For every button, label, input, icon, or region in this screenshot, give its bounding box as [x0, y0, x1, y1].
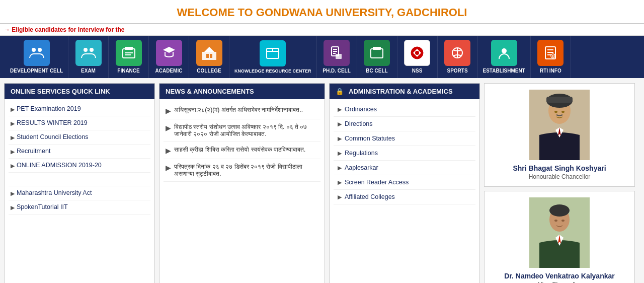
- quick-link-item[interactable]: ▶Recruitment: [9, 145, 150, 159]
- lock-icon: 🔒: [336, 88, 344, 95]
- college-icon: [196, 40, 222, 66]
- nav-item-academic[interactable]: ACADEMIC: [149, 36, 189, 78]
- vc-title: Vice-Chancellor: [538, 281, 581, 283]
- admin-arrow-icon: ▶: [338, 135, 342, 142]
- chancellor-name: Shri Bhagat Singh Koshyari: [513, 164, 606, 172]
- nss-icon: [404, 40, 430, 66]
- nav-label-rti-info: RTI INFO: [540, 68, 561, 74]
- nav-item-phd-cell[interactable]: Ph.D. Cell: [317, 36, 357, 78]
- svg-rect-33: [546, 97, 573, 103]
- admin-link-text: Common Statutes: [345, 135, 395, 142]
- nav-label-phd-cell: Ph.D. Cell: [323, 68, 351, 74]
- nav-label-sports: SPORTS: [447, 68, 467, 74]
- chancellor-card: Shri Bhagat Singh Koshyari Honourable Ch…: [484, 83, 635, 187]
- svg-point-0: [32, 48, 36, 52]
- quick-link-item[interactable]: ▶SpokenTutorial IIT: [9, 200, 150, 215]
- ticker-bar: → Eligible candidates for Interview for …: [0, 24, 644, 36]
- chancellor-photo: [529, 90, 590, 160]
- admin-link-item[interactable]: ▶Screen Reader Access: [334, 175, 475, 190]
- svg-point-1: [38, 48, 42, 52]
- quick-links-body: ▶PET Examination 2019▶RESULTS WINTER 201…: [5, 99, 154, 283]
- officials-panel: Shri Bhagat Singh Koshyari Honourable Ch…: [484, 83, 635, 283]
- chancellor-title: Honourable Chancellor: [529, 173, 591, 180]
- news-item: ▶अधिसूचना:२८(२)(म) अंतर्गत अधिसभेवर नामन…: [164, 102, 320, 119]
- development-cell-icon: [24, 40, 50, 66]
- news-title: NEWS & ANNOUNCEMENTS: [166, 88, 254, 95]
- admin-title: ADMINISTRATION & ACADEMICS: [349, 88, 453, 95]
- quick-links-panel: ONLINE SERVICES QUICK LINK ▶PET Examinat…: [4, 83, 155, 283]
- bc-cell-icon: [364, 40, 390, 66]
- nav-item-college[interactable]: COLLEGE: [189, 36, 229, 78]
- svg-rect-18: [373, 47, 381, 50]
- svg-point-39: [554, 220, 557, 222]
- news-bullet: ▶: [166, 164, 171, 172]
- admin-link-item[interactable]: ▶Affiliated Colleges: [334, 190, 475, 204]
- quick-link-item[interactable]: ▶RESULTS WINTER 2019: [9, 116, 150, 130]
- nav-item-nss[interactable]: NSS: [397, 36, 438, 78]
- nav-item-knowledge-resource[interactable]: Knowledge Resource Center: [229, 36, 317, 78]
- admin-link-item[interactable]: ▶Ordinances: [334, 102, 475, 117]
- nav-item-sports[interactable]: SPORTS: [438, 36, 478, 78]
- svg-point-35: [561, 111, 565, 113]
- title-highlighted: GONDWANA UNIVERSITY, GADCHIROLI: [256, 6, 467, 19]
- admin-arrow-icon: ▶: [338, 194, 342, 200]
- svg-rect-9: [206, 54, 209, 58]
- svg-rect-10: [210, 54, 212, 58]
- svg-point-23: [502, 48, 507, 53]
- admin-link-text: Screen Reader Access: [345, 179, 409, 186]
- admin-link-text: Regulations: [345, 150, 378, 157]
- news-scroll[interactable]: ▶अधिसूचना:२८(२)(म) अंतर्गत अधिसभेवर नामन…: [159, 99, 325, 250]
- admin-link-item[interactable]: ▶Directions: [334, 117, 475, 131]
- news-text: अधिसूचना:२८(२)(म) अंतर्गत अधिसभेवर नामनि…: [174, 106, 303, 113]
- admin-scroll[interactable]: ▶Ordinances▶Directions▶Common Statutes▶R…: [330, 99, 479, 250]
- nav-label-academic: ACADEMIC: [155, 68, 183, 74]
- quick-link-item[interactable]: ▶PET Examination 2019: [9, 102, 150, 116]
- quick-link-item[interactable]: ▶Student Council Elections: [9, 130, 150, 145]
- ticker-text: Eligible candidates for Interview for th…: [12, 26, 124, 33]
- quick-link-text: Student Council Elections: [17, 133, 88, 140]
- nav-item-development-cell[interactable]: DEVELOPMENT CELL: [5, 36, 68, 78]
- admin-arrow-icon: ▶: [338, 106, 342, 113]
- quick-link-item[interactable]: [9, 173, 150, 186]
- nav-label-exam: EXAM: [81, 68, 96, 74]
- quick-link-text: Maharashtra University Act: [17, 189, 92, 196]
- admin-link-text: Ordinances: [345, 106, 377, 113]
- nav-label-college: COLLEGE: [197, 68, 221, 74]
- nav-item-establishment[interactable]: ESTABLISHMENT: [478, 36, 531, 78]
- nav-item-bc-cell[interactable]: BC CELL: [357, 36, 397, 78]
- svg-rect-5: [125, 47, 133, 50]
- quick-link-text: RESULTS WINTER 2019: [17, 119, 88, 126]
- arrow-icon: ▶: [11, 134, 15, 141]
- nav-item-finance[interactable]: FINANCE: [109, 36, 149, 78]
- nav-label-bc-cell: BC CELL: [366, 68, 387, 74]
- admin-header: 🔒 ADMINISTRATION & ACADEMICS: [330, 84, 479, 99]
- vc-name: Dr. Namdeo Venkatrao Kalyankar: [504, 272, 614, 280]
- nav-item-rti-info[interactable]: RTI INFO: [531, 36, 571, 78]
- quick-links-title: ONLINE SERVICES QUICK LINK: [11, 88, 110, 95]
- admin-arrow-icon: ▶: [338, 165, 342, 171]
- arrow-icon: ▶: [11, 190, 15, 197]
- news-item: ▶परिपत्रक दिनांक २६ व २७ डिसेंबर २०१९ रो…: [164, 159, 320, 182]
- svg-point-3: [90, 48, 94, 52]
- establishment-icon: [491, 40, 517, 66]
- news-item: ▶साहसी क्रीडा शिबिरा करिता रासेयो स्वयंस…: [164, 142, 320, 159]
- quick-link-item[interactable]: ▶ONLINE ADMISSION 2019-20: [9, 159, 150, 173]
- svg-point-38: [549, 204, 570, 217]
- quick-link-text: [11, 176, 12, 183]
- nav-item-exam[interactable]: EXAM: [68, 36, 109, 78]
- svg-point-2: [84, 48, 88, 52]
- news-bullet: ▶: [166, 147, 171, 155]
- admin-arrow-icon: ▶: [338, 179, 342, 186]
- svg-point-20: [415, 51, 419, 55]
- news-item: ▶विद्यापीठ स्तरीय संशोधन उत्सव अविष्कार …: [164, 119, 320, 142]
- quick-link-item[interactable]: ▶Maharashtra University Act: [9, 186, 150, 200]
- admin-link-item[interactable]: ▶Common Statutes: [334, 131, 475, 146]
- academic-icon: [156, 40, 182, 66]
- nav-label-knowledge-resource: Knowledge Resource Center: [234, 68, 311, 74]
- admin-link-item[interactable]: ▶Aaplesarkar: [334, 161, 475, 175]
- news-text: साहसी क्रीडा शिबिरा करिता रासेयो स्वयंसे…: [174, 146, 305, 153]
- phd-cell-icon: [324, 40, 350, 66]
- nav-label-establishment: ESTABLISHMENT: [483, 68, 525, 74]
- admin-link-item[interactable]: ▶Regulations: [334, 146, 475, 161]
- quick-links-scroll[interactable]: ▶PET Examination 2019▶RESULTS WINTER 201…: [5, 99, 154, 250]
